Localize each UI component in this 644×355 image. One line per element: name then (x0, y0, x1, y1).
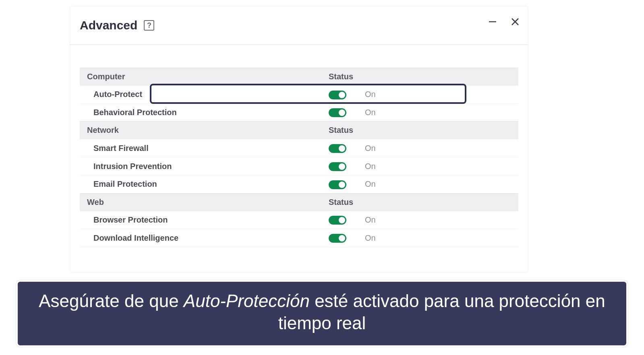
settings-content: ComputerStatusAuto-ProtectOnBehavioral P… (70, 45, 528, 247)
toggle-switch[interactable] (329, 234, 346, 243)
spacer-cell (406, 211, 518, 229)
section-name: Web (80, 193, 321, 211)
caption-text-em: Auto-Protección (184, 291, 310, 311)
setting-label: Behavioral Protection (80, 103, 321, 122)
toggle-switch[interactable] (329, 144, 346, 153)
toggle-cell (321, 139, 354, 157)
toggle-switch[interactable] (329, 91, 346, 99)
spacer-cell (406, 139, 518, 157)
setting-row: Auto-ProtectOn (80, 86, 518, 104)
caption-text-pre: Asegúrate de que (39, 291, 184, 311)
spacer-cell (406, 229, 518, 247)
setting-status: On (354, 229, 406, 247)
section-name: Network (80, 122, 321, 139)
setting-label: Auto-Protect (80, 86, 321, 104)
status-header: Status (321, 193, 518, 211)
status-header: Status (321, 68, 518, 86)
toggle-switch[interactable] (329, 108, 346, 117)
setting-row: Browser ProtectionOn (80, 211, 518, 229)
toggle-cell (321, 211, 354, 229)
setting-row: Download IntelligenceOn (80, 229, 518, 247)
section-header: ComputerStatus (80, 68, 518, 86)
setting-label: Download Intelligence (80, 229, 321, 247)
section-header: WebStatus (80, 193, 518, 211)
setting-label: Browser Protection (80, 211, 321, 229)
minimize-button[interactable] (487, 16, 498, 27)
settings-window: Advanced ? ComputerStatusAuto-ProtectOnB… (70, 6, 528, 272)
setting-row: Email ProtectionOn (80, 175, 518, 193)
toggle-cell (321, 86, 354, 104)
setting-status: On (354, 139, 406, 157)
setting-row: Intrusion PreventionOn (80, 157, 518, 175)
setting-label: Smart Firewall (80, 139, 321, 157)
setting-status: On (354, 157, 406, 175)
spacer-cell (406, 103, 518, 122)
setting-status: On (354, 86, 406, 104)
spacer-cell (406, 86, 518, 104)
setting-status: On (354, 175, 406, 193)
titlebar: Advanced ? (70, 6, 528, 45)
status-header: Status (321, 122, 518, 139)
setting-row: Behavioral ProtectionOn (80, 103, 518, 122)
toggle-cell (321, 103, 354, 122)
setting-label: Intrusion Prevention (80, 157, 321, 175)
setting-status: On (354, 211, 406, 229)
section-header: NetworkStatus (80, 122, 518, 139)
setting-status: On (354, 103, 406, 122)
toggle-cell (321, 157, 354, 175)
spacer-cell (406, 175, 518, 193)
help-icon[interactable]: ? (144, 20, 154, 31)
page-title: Advanced (80, 19, 137, 32)
section-name: Computer (80, 68, 321, 86)
settings-table: ComputerStatusAuto-ProtectOnBehavioral P… (80, 68, 518, 247)
window-controls (487, 16, 521, 27)
toggle-switch[interactable] (329, 162, 346, 171)
setting-label: Email Protection (80, 175, 321, 193)
setting-row: Smart FirewallOn (80, 139, 518, 157)
toggle-cell (321, 175, 354, 193)
close-button[interactable] (509, 16, 521, 27)
toggle-switch[interactable] (329, 180, 346, 189)
toggle-switch[interactable] (329, 216, 346, 225)
toggle-cell (321, 229, 354, 247)
caption-overlay: Asegúrate de que Auto-Protección esté ac… (16, 280, 628, 347)
caption-text-post: esté activado para una protección en tie… (278, 291, 605, 333)
spacer-cell (406, 157, 518, 175)
